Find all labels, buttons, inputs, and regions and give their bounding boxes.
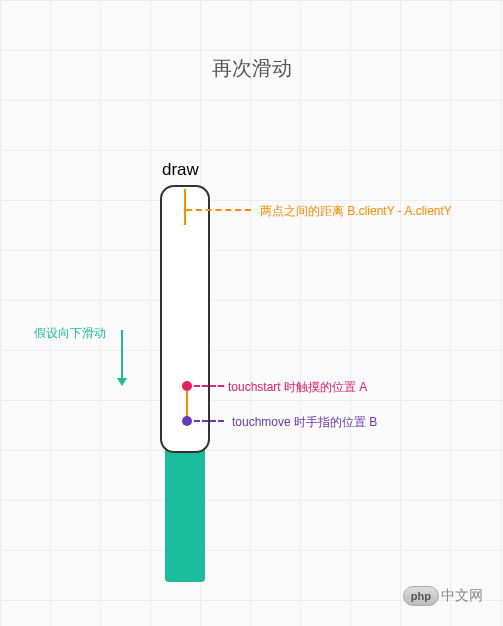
distance-annotation: 两点之间的距离 B.clientY - A.clientY <box>260 203 452 220</box>
watermark-text: 中文网 <box>441 587 483 605</box>
draw-label: draw <box>162 160 199 180</box>
watermark-badge: php <box>403 586 439 606</box>
touchmove-annotation: touchmove 时手指的位置 B <box>232 414 377 431</box>
point-a-leader <box>194 385 224 387</box>
point-b-leader <box>194 420 224 422</box>
touchstart-annotation: touchstart 时触摸的位置 A <box>228 379 367 396</box>
diagram-title: 再次滑动 <box>0 55 503 82</box>
distance-dash-leader <box>186 209 251 211</box>
point-b-marker <box>182 416 192 426</box>
watermark: php 中文网 <box>403 586 483 606</box>
point-a-marker <box>182 381 192 391</box>
arrow-down-icon <box>115 330 129 386</box>
distance-marker-line <box>184 189 186 225</box>
draw-viewport-box <box>160 185 210 453</box>
svg-marker-1 <box>117 378 127 386</box>
ab-distance-line <box>186 391 188 417</box>
scroll-direction-label: 假设向下滑动 <box>34 325 106 342</box>
